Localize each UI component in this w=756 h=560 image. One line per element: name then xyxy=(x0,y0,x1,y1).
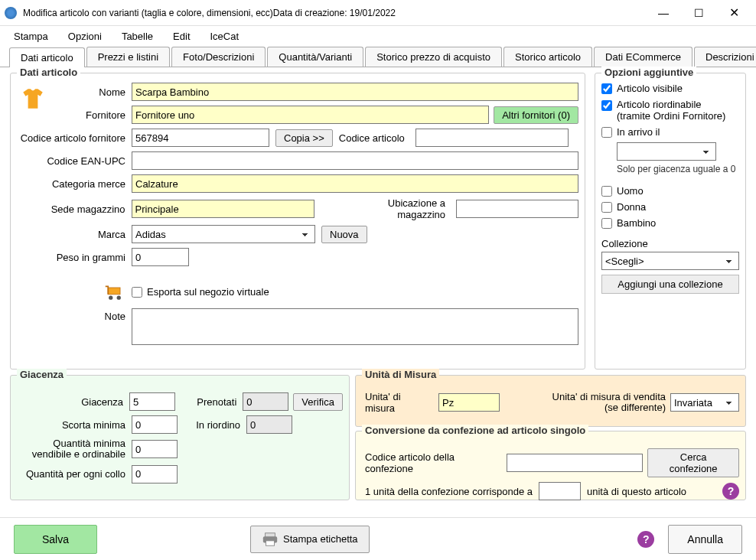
ubicazione-input[interactable] xyxy=(456,200,578,218)
tshirt-icon xyxy=(20,86,46,112)
verifica-button[interactable]: Verifica xyxy=(293,393,343,411)
unita-select[interactable]: Pz xyxy=(438,393,500,412)
esporta-checkbox[interactable] xyxy=(132,287,142,298)
tab-prezzi[interactable]: Prezzi e listini xyxy=(86,47,170,67)
qmin-label-2: vendibile e ordinabile xyxy=(17,449,125,460)
codice-fornitore-label: Codice articolo fornitore xyxy=(17,132,132,144)
bambino-checkbox[interactable] xyxy=(601,218,612,229)
prenotati-label: Prenotati xyxy=(175,396,243,408)
esporta-checkbox-row[interactable]: Esporta sul negozio virtuale xyxy=(132,286,269,298)
ean-input[interactable] xyxy=(132,151,578,170)
aggiungi-collezione-button[interactable]: Aggiungi una collezione xyxy=(601,275,739,294)
cart-icon xyxy=(104,285,125,301)
in-arrivo-checkbox[interactable] xyxy=(601,127,612,138)
sede-select[interactable]: Principale xyxy=(132,200,314,218)
in-arrivo-row[interactable]: In arrivo il xyxy=(601,126,739,138)
tab-ecommerce[interactable]: Dati ECommerce xyxy=(594,47,692,67)
tab-quantita[interactable]: Quantità/Varianti xyxy=(267,47,363,67)
menu-opzioni[interactable]: Opzioni xyxy=(59,28,111,44)
visibile-label: Articolo visibile xyxy=(617,83,683,94)
in-arrivo-date-select[interactable] xyxy=(617,142,716,161)
minimize-button[interactable]: — xyxy=(646,2,681,24)
stampa-etichetta-label: Stampa etichetta xyxy=(283,533,358,545)
help-icon-footer[interactable]: ? xyxy=(637,531,654,548)
visibile-checkbox[interactable] xyxy=(601,83,612,94)
marca-label: Marca xyxy=(17,229,132,240)
menu-tabelle[interactable]: Tabelle xyxy=(112,28,162,44)
bambino-row[interactable]: Bambino xyxy=(601,217,739,229)
printer-icon xyxy=(262,532,279,547)
in-arrivo-label: In arrivo il xyxy=(617,126,660,138)
tab-storico-prezzo[interactable]: Storico prezzo di acquisto xyxy=(365,47,502,67)
riordinabile-checkbox[interactable] xyxy=(601,100,612,111)
visibile-row[interactable]: Articolo visibile xyxy=(601,83,739,94)
help-icon[interactable]: ? xyxy=(722,483,739,500)
uom-group-title: Unità di Misura xyxy=(362,369,439,380)
unita-vendita-label-1: Unita' di misura di vendita xyxy=(552,392,666,402)
menu-stampa[interactable]: Stampa xyxy=(5,28,57,44)
svg-rect-0 xyxy=(108,288,120,295)
codice-articolo-label: Codice articolo xyxy=(339,132,411,144)
conv-qty-input[interactable] xyxy=(539,482,581,500)
menu-edit[interactable]: Edit xyxy=(164,28,199,44)
tab-foto[interactable]: Foto/Descrizioni xyxy=(171,47,266,67)
uomo-row[interactable]: Uomo xyxy=(601,185,739,197)
categoria-label: Categoria merce xyxy=(17,178,132,190)
tab-descrizioni[interactable]: Descrizioni E... xyxy=(694,47,756,67)
nome-label: Nome xyxy=(51,86,132,98)
riordino-label: In riordino xyxy=(178,419,246,431)
collo-label: Quantità per ogni collo xyxy=(17,468,132,480)
altri-fornitori-button[interactable]: Altri fornitori (0) xyxy=(494,106,578,124)
riordino-input xyxy=(246,415,292,434)
uomo-label: Uomo xyxy=(617,185,644,197)
svg-point-2 xyxy=(117,296,121,300)
donna-checkbox[interactable] xyxy=(601,202,612,213)
marca-select[interactable]: Adidas xyxy=(132,225,315,243)
fornitore-select[interactable]: Fornitore uno xyxy=(132,106,489,124)
unita-vendita-select[interactable]: Invariata xyxy=(670,393,739,412)
tab-storico-articolo[interactable]: Storico articolo xyxy=(503,47,592,67)
qmin-label-1: Quantità minima xyxy=(17,438,125,449)
svg-rect-5 xyxy=(266,540,275,545)
app-icon xyxy=(5,7,17,19)
bambino-label: Bambino xyxy=(617,217,656,229)
stampa-etichetta-button[interactable]: Stampa etichetta xyxy=(250,526,370,553)
solo-per-label: Solo per giacenza uguale a 0 xyxy=(617,164,739,174)
conv-text-2: unità di questo articolo xyxy=(587,486,686,497)
note-textarea[interactable] xyxy=(132,308,578,345)
maximize-button[interactable]: ☐ xyxy=(681,2,716,24)
collezione-select[interactable]: <Scegli> xyxy=(601,252,739,270)
cerca-confezione-button[interactable]: Cerca confezione xyxy=(647,448,739,477)
nuova-button[interactable]: Nuova xyxy=(321,226,367,243)
close-button[interactable]: ✕ xyxy=(716,2,751,24)
copia-button[interactable]: Copia >> xyxy=(275,129,333,147)
riordinabile-label-2: (tramite Ordini Fornitore) xyxy=(617,110,725,122)
riordinabile-row[interactable]: Articolo riordinabile (tramite Ordini Fo… xyxy=(601,99,739,122)
window-title: Modifica articolo con varianti (taglia e… xyxy=(23,8,646,18)
collo-input[interactable] xyxy=(132,465,178,483)
conv-codice-input[interactable] xyxy=(507,454,643,472)
giacenza-input[interactable] xyxy=(129,392,175,411)
nome-input[interactable] xyxy=(132,83,578,101)
tab-dati-articolo[interactable]: Dati articolo xyxy=(9,47,85,67)
esporta-label: Esporta sul negozio virtuale xyxy=(147,286,269,298)
categoria-select[interactable]: Calzature xyxy=(132,174,578,193)
donna-row[interactable]: Donna xyxy=(601,201,739,213)
options-group-title: Opzioni aggiuntive xyxy=(601,67,696,78)
menu-icecat[interactable]: IceCat xyxy=(201,28,249,44)
codice-fornitore-input[interactable] xyxy=(132,129,269,147)
scorta-input[interactable] xyxy=(132,415,178,434)
uomo-checkbox[interactable] xyxy=(601,186,612,197)
conv-group-title: Conversione da confezione ad articolo si… xyxy=(362,425,588,436)
peso-label: Peso in grammi xyxy=(17,252,132,263)
giacenza-label: Giacenza xyxy=(17,396,129,408)
codice-articolo-input[interactable] xyxy=(415,129,569,147)
qmin-input[interactable] xyxy=(132,440,178,458)
article-group-title: Dati articolo xyxy=(17,67,80,78)
ean-label: Codice EAN-UPC xyxy=(17,155,132,167)
ubicazione-label: Ubicazione a magazzino xyxy=(337,197,451,220)
conv-codice-label: Codice articolo della confezione xyxy=(362,451,500,474)
salva-button[interactable]: Salva xyxy=(14,525,97,554)
annulla-button[interactable]: Annulla xyxy=(668,525,742,554)
peso-input[interactable] xyxy=(132,248,189,266)
